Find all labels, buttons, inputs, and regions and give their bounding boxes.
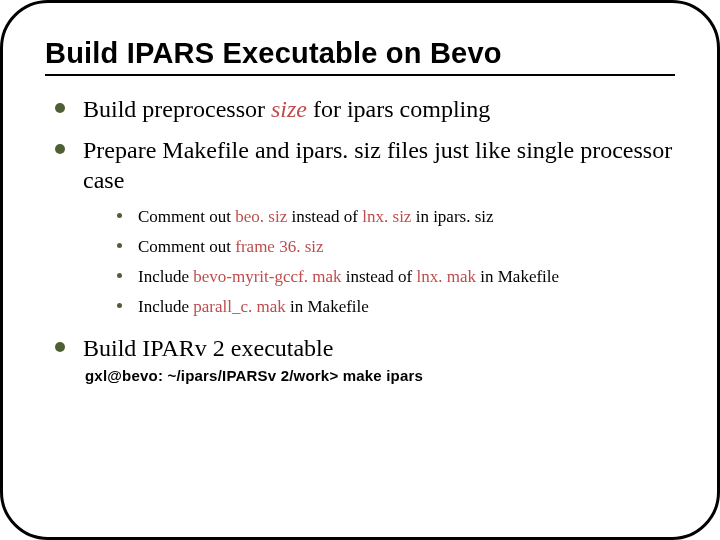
- bullet-icon: [117, 273, 122, 278]
- hl: lnx. siz: [362, 207, 411, 226]
- bullet-icon: [117, 303, 122, 308]
- hl: parall_c. mak: [193, 297, 286, 316]
- bullet-2-text: Prepare Makefile and ipars. siz files ju…: [83, 135, 675, 196]
- t: instead of: [341, 267, 416, 286]
- bullet-3: Build IPARv 2 executable: [45, 333, 675, 364]
- slide-title: Build IPARS Executable on Bevo: [45, 37, 675, 76]
- sub-2-text: Comment out frame 36. siz: [138, 236, 324, 258]
- bullet-icon: [55, 342, 65, 352]
- bullet-icon: [55, 103, 65, 113]
- sub-2: Comment out frame 36. siz: [117, 236, 675, 258]
- t: Include: [138, 267, 193, 286]
- command-line: gxl@bevo: ~/ipars/IPARSv 2/work> make ip…: [85, 367, 675, 384]
- slide-frame: Build IPARS Executable on Bevo Build pre…: [0, 0, 720, 540]
- sub-4: Include parall_c. mak in Makefile: [117, 296, 675, 318]
- bullet-icon: [117, 243, 122, 248]
- bullet-1: Build preprocessor size for ipars compli…: [45, 94, 675, 125]
- bullet-1-pre: Build preprocessor: [83, 96, 271, 122]
- sub-3-text: Include bevo-myrit-gccf. mak instead of …: [138, 266, 559, 288]
- t: Comment out: [138, 207, 235, 226]
- t: Comment out: [138, 237, 235, 256]
- bullet-1-em: size: [271, 96, 307, 122]
- hl: bevo-myrit-gccf. mak: [193, 267, 341, 286]
- sub-1: Comment out beo. siz instead of lnx. siz…: [117, 206, 675, 228]
- bullet-icon: [117, 213, 122, 218]
- hl: frame 36. siz: [235, 237, 323, 256]
- sublist: Comment out beo. siz instead of lnx. siz…: [117, 206, 675, 318]
- t: in Makefile: [476, 267, 559, 286]
- bullet-2: Prepare Makefile and ipars. siz files ju…: [45, 135, 675, 196]
- t: in ipars. siz: [411, 207, 493, 226]
- sub-3: Include bevo-myrit-gccf. mak instead of …: [117, 266, 675, 288]
- t: in Makefile: [286, 297, 369, 316]
- sub-1-text: Comment out beo. siz instead of lnx. siz…: [138, 206, 494, 228]
- sub-4-text: Include parall_c. mak in Makefile: [138, 296, 369, 318]
- t: Include: [138, 297, 193, 316]
- bullet-1-text: Build preprocessor size for ipars compli…: [83, 94, 490, 125]
- hl: lnx. mak: [417, 267, 477, 286]
- bullet-1-post: for ipars compling: [307, 96, 490, 122]
- t: instead of: [287, 207, 362, 226]
- hl: beo. siz: [235, 207, 287, 226]
- bullet-icon: [55, 144, 65, 154]
- bullet-3-text: Build IPARv 2 executable: [83, 333, 333, 364]
